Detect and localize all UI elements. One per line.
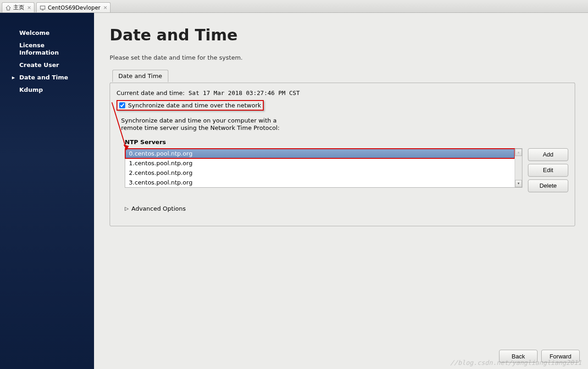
current-datetime-label: Current date and time:	[116, 89, 185, 96]
sidebar-item-label: LicenseInformation	[19, 42, 59, 56]
sync-checkbox-row: Synchronize date and time over the netwo…	[116, 100, 568, 111]
sidebar-item-date-time[interactable]: Date and Time	[0, 71, 94, 84]
window-tabbar: 主页 × CentOS69Devloper ×	[0, 0, 588, 13]
monitor-icon	[39, 5, 46, 11]
ntp-list-container: 0.centos.pool.ntp.org 1.centos.pool.ntp.…	[125, 148, 522, 188]
current-datetime-value: Sat 17 Mar 2018 03:27:46 PM CST	[189, 89, 300, 96]
desc-line: Synchronize date and time on your comput…	[121, 117, 277, 124]
ntp-section: NTP Servers 0.centos.pool.ntp.org 1.cent…	[116, 139, 568, 212]
svg-rect-0	[40, 6, 45, 9]
highlight-box-sync: Synchronize date and time over the netwo…	[116, 100, 264, 111]
home-icon	[5, 5, 11, 11]
list-scrollbar[interactable]: ▴ ▾	[515, 149, 522, 187]
list-item[interactable]: 0.centos.pool.ntp.org	[125, 149, 515, 158]
forward-button[interactable]: Forward	[541, 350, 580, 363]
current-datetime-row: Current date and time: Sat 17 Mar 2018 0…	[116, 89, 568, 96]
desc-line: remote time server using the Network Tim…	[121, 124, 280, 131]
list-item[interactable]: 2.centos.pool.ntp.org	[125, 168, 515, 178]
ntp-server-list[interactable]: 0.centos.pool.ntp.org 1.centos.pool.ntp.…	[125, 149, 515, 187]
panel-body: Current date and time: Sat 17 Mar 2018 0…	[110, 83, 575, 226]
tab-date-time[interactable]: Date and Time	[112, 70, 168, 82]
wizard-footer: Back Forward	[499, 350, 580, 363]
tab-vm[interactable]: CentOS69Devloper ×	[36, 2, 111, 12]
ntp-servers-label: NTP Servers	[125, 139, 568, 145]
tab-home[interactable]: 主页 ×	[2, 2, 34, 12]
delete-button[interactable]: Delete	[528, 179, 568, 192]
page-title: Date and Time	[110, 26, 575, 44]
panel-tabs: Date and Time	[110, 70, 575, 82]
advanced-label: Advanced Options	[131, 205, 186, 212]
back-button[interactable]: Back	[499, 350, 538, 363]
sync-checkbox[interactable]	[119, 102, 125, 108]
sidebar: Welcome LicenseInformation Create User D…	[0, 13, 94, 369]
sidebar-item-label: Date and Time	[19, 74, 68, 81]
sidebar-item-label: Welcome	[19, 29, 50, 36]
scroll-track[interactable]	[515, 156, 522, 180]
list-item[interactable]: 1.centos.pool.ntp.org	[125, 158, 515, 168]
triangle-right-icon: ▷	[125, 206, 128, 212]
sync-label: Synchronize date and time over the netwo…	[128, 102, 261, 109]
main-content: Date and Time Please set the date and ti…	[94, 13, 588, 369]
list-item[interactable]: 3.centos.pool.ntp.org	[125, 178, 515, 187]
datetime-panel: Current date and time: Sat 17 Mar 2018 0…	[110, 83, 575, 226]
sidebar-item-kdump[interactable]: Kdump	[0, 84, 94, 96]
ntp-row: 0.centos.pool.ntp.org 1.centos.pool.ntp.…	[125, 148, 568, 192]
tab-label: 主页	[13, 4, 24, 11]
close-icon[interactable]: ×	[27, 5, 31, 11]
add-button[interactable]: Add	[528, 148, 568, 161]
sidebar-item-label: Create User	[19, 62, 59, 68]
scroll-up-icon[interactable]: ▴	[515, 149, 522, 156]
sidebar-item-create-user[interactable]: Create User	[0, 59, 94, 71]
sync-description: Synchronize date and time on your comput…	[116, 117, 568, 132]
advanced-options-toggle[interactable]: ▷ Advanced Options	[125, 205, 568, 212]
app-container: Welcome LicenseInformation Create User D…	[0, 13, 588, 369]
close-icon[interactable]: ×	[103, 5, 107, 11]
edit-button[interactable]: Edit	[528, 164, 568, 177]
scroll-down-icon[interactable]: ▾	[515, 180, 522, 187]
page-subtitle: Please set the date and time for the sys…	[110, 54, 575, 61]
tab-label: CentOS69Devloper	[48, 5, 100, 11]
sidebar-item-welcome[interactable]: Welcome	[0, 27, 94, 39]
ntp-button-column: Add Edit Delete	[528, 148, 568, 192]
sidebar-item-license[interactable]: LicenseInformation	[0, 39, 94, 59]
sidebar-item-label: Kdump	[19, 86, 43, 93]
